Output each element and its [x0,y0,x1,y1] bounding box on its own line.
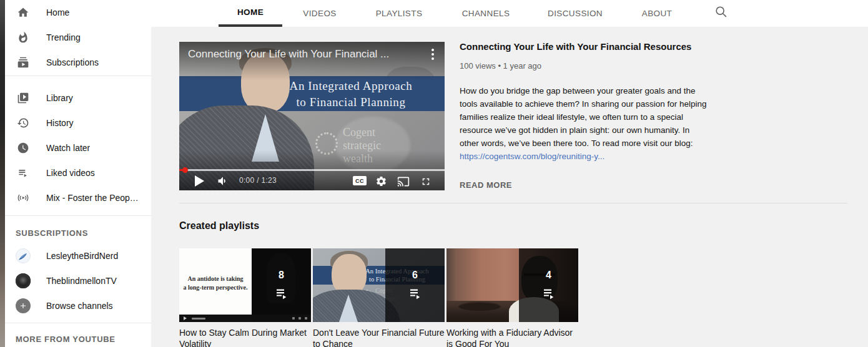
watch-later-icon [17,142,29,154]
tab-about[interactable]: ABOUT [642,0,673,27]
playlist-thumbnail[interactable]: An antidote is taking a long-term perspe… [179,248,311,322]
sidebar-item-watch-later[interactable]: Watch later [0,135,151,160]
featured-video-info: Connecting Your Life with Your Financial… [460,41,709,190]
player-menu-icon[interactable] [427,48,438,61]
channel-avatar [16,273,31,288]
more-from-youtube-header: MORE FROM YOUTUBE [16,335,116,344]
sidebar-item-mix[interactable]: Mix - Foster the Peop… [0,185,151,210]
time-display: 0:00 / 1:23 [239,176,277,185]
playlist-thumbnail[interactable]: An Integrated Approach to Financial Plan… [313,248,445,322]
video-meta: 100 views • 1 year ago [460,61,709,71]
playlist-thumbnail[interactable]: 4 [446,248,578,322]
sidebar-item-label: Watch later [46,143,90,153]
progress-bar[interactable] [179,169,445,171]
cast-icon[interactable] [397,175,410,187]
tab-home[interactable]: HOME [219,0,282,27]
playlist-video-count: 4 [546,270,551,280]
slide-line1: An antidote is taking [182,275,249,283]
description-text: How do you bridge the gap between your g… [460,86,707,148]
playlist-overlay: 8 [252,248,311,322]
sidebar-item-liked-videos[interactable]: Liked videos [0,160,151,185]
subscription-channel[interactable]: TheblindmellonTV [0,268,151,293]
progress-scrubber[interactable] [182,167,188,173]
section-divider [179,203,847,203]
sidebar-item-label: Liked videos [46,168,95,178]
tab-playlists[interactable]: PLAYLISTS [376,0,423,27]
mini-control-dot [305,317,307,320]
playlist-title[interactable]: Working with a Fiduciary Advisor is Good… [446,327,578,347]
sidebar-divider [0,76,151,76]
sidebar-item-label: History [46,118,74,128]
slide-line2: a long-term perspective. [182,283,249,292]
sidebar: Home Trending Subscriptions Library Hist… [0,0,151,347]
description-link[interactable]: https://cogentsw.com/blog/reuniting-y... [460,152,604,161]
tab-discussion[interactable]: DISCUSSION [548,0,603,27]
subscription-channel[interactable]: LesleytheBirdNerd [0,243,151,268]
sidebar-item-label: Trending [46,32,81,42]
playlist-card[interactable]: An Integrated Approach to Financial Plan… [313,248,445,347]
subscriptions-icon [17,56,29,69]
plus-icon [16,298,31,313]
history-icon [17,117,29,129]
channel-name: Browse channels [46,301,113,311]
video-description: How do you bridge the gap between your g… [460,84,708,163]
playlist-play-icon [541,286,556,301]
sidebar-item-subscriptions[interactable]: Subscriptions [0,50,151,75]
sidebar-item-history[interactable]: History [0,110,151,135]
playlist-card[interactable]: 4 Working with a Fiduciary Advisor is Go… [446,248,578,347]
main-content: An Integrated Approach to Financial Plan… [151,27,868,347]
library-icon [17,92,29,104]
playlist-title[interactable]: Don't Leave Your Financial Future to Cha… [313,327,445,347]
playlist-play-icon [274,286,289,301]
player-overlay-title[interactable]: Connecting Your Life with Your Financial… [188,48,408,61]
thumbnail-slide-text: An antidote is taking a long-term perspe… [182,275,249,292]
playlist-overlay: 6 [385,248,445,322]
sidebar-item-library[interactable]: Library [0,86,151,110]
youtube-channel-page: Home Trending Subscriptions Library Hist… [0,0,868,347]
playlist-card[interactable]: An antidote is taking a long-term perspe… [179,248,311,347]
sidebar-item-trending[interactable]: Trending [0,25,151,50]
mini-player-bar [179,315,311,322]
mini-control-dot [292,317,295,320]
logo-line: Cogent [343,126,381,139]
sidebar-divider [0,215,151,216]
mini-time-indicator [192,318,205,320]
volume-icon[interactable] [217,175,229,187]
thumbnail-object [458,301,501,311]
tab-videos[interactable]: VIDEOS [303,0,336,27]
sidebar-item-label: Home [46,7,69,17]
background-strip [0,0,5,347]
liked-videos-icon [17,167,29,179]
sidebar-item-label: Subscriptions [46,57,99,67]
channel-avatar [16,248,31,263]
playlist-play-icon [408,286,423,301]
sidebar-divider [0,323,151,323]
browse-channels-item[interactable]: Browse channels [0,293,151,318]
read-more-button[interactable]: READ MORE [460,180,709,190]
play-button[interactable] [195,175,204,187]
playlist-title[interactable]: How to Stay Calm During Market Volatilit… [179,327,311,347]
fullscreen-icon[interactable] [420,176,432,187]
channel-name: LesleytheBirdNerd [46,251,118,261]
settings-gear-icon[interactable] [375,175,387,187]
sidebar-item-label: Mix - Foster the Peop… [46,193,139,203]
subscriptions-header: SUBSCRIPTIONS [16,228,88,238]
search-icon[interactable] [714,5,731,21]
playlist-video-count: 8 [279,270,284,280]
mini-control-dot [298,317,301,320]
mix-icon [17,192,29,204]
created-playlists-heading: Created playlists [179,220,259,232]
playlist-video-count: 6 [412,270,418,280]
channel-tab-bar: HOME VIDEOS PLAYLISTS CHANNELS DISCUSSIO… [151,0,868,27]
video-title[interactable]: Connecting Your Life with Your Financial… [460,41,709,53]
channel-name: TheblindmellonTV [46,276,117,286]
featured-video-player[interactable]: An Integrated Approach to Financial Plan… [179,42,445,190]
playlist-overlay: 4 [519,248,578,322]
home-icon [17,6,29,19]
trending-icon [17,31,29,44]
tab-channels[interactable]: CHANNELS [462,0,510,27]
captions-button[interactable]: CC [353,176,367,185]
sidebar-item-home[interactable]: Home [0,0,151,25]
mini-play-icon [184,316,187,320]
sidebar-item-label: Library [46,93,73,103]
